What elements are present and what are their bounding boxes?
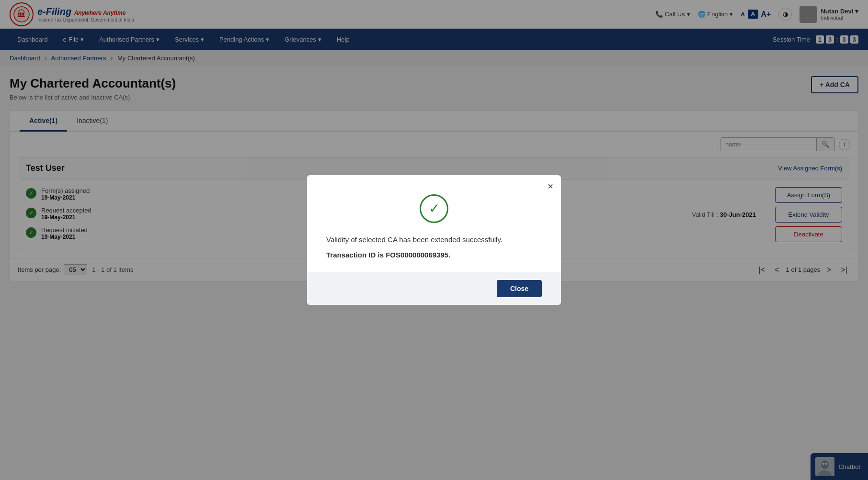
modal-close-button[interactable]: Close [497, 280, 542, 297]
modal-body: ✓ Validity of selected CA has been exten… [307, 175, 561, 273]
success-circle: ✓ [420, 194, 448, 223]
modal-overlay: × ✓ Validity of selected CA has been ext… [0, 0, 868, 480]
modal-icon-wrap: ✓ [326, 194, 542, 223]
modal-message: Validity of selected CA has been extende… [326, 234, 542, 246]
modal-close-x-button[interactable]: × [548, 181, 553, 192]
modal-footer: Close [307, 272, 561, 305]
modal-transaction: Transaction ID is FOS000000069395. [326, 251, 542, 259]
success-check-icon: ✓ [429, 201, 440, 216]
success-modal: × ✓ Validity of selected CA has been ext… [307, 175, 561, 305]
